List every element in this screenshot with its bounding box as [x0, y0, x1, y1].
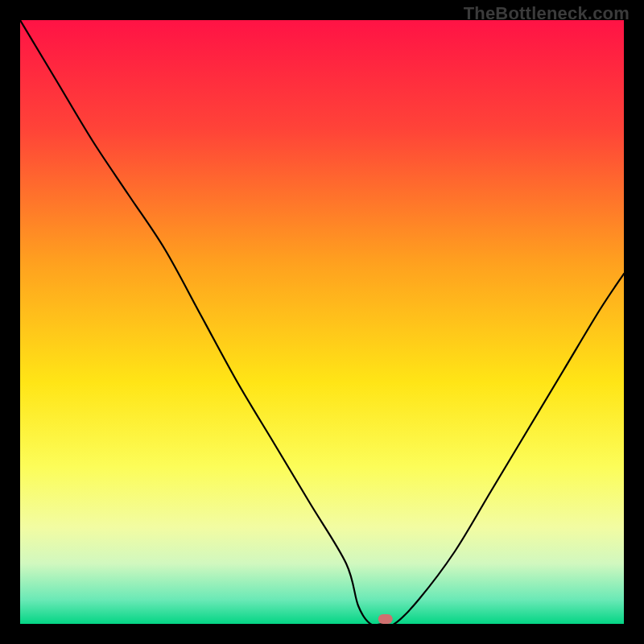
gradient-background [20, 20, 624, 624]
watermark-text: TheBottleneck.com [464, 3, 630, 24]
plot-area-wrapper [20, 20, 624, 624]
chart-frame: TheBottleneck.com [0, 0, 644, 644]
minimum-marker [378, 614, 393, 624]
bottleneck-chart [20, 20, 624, 624]
